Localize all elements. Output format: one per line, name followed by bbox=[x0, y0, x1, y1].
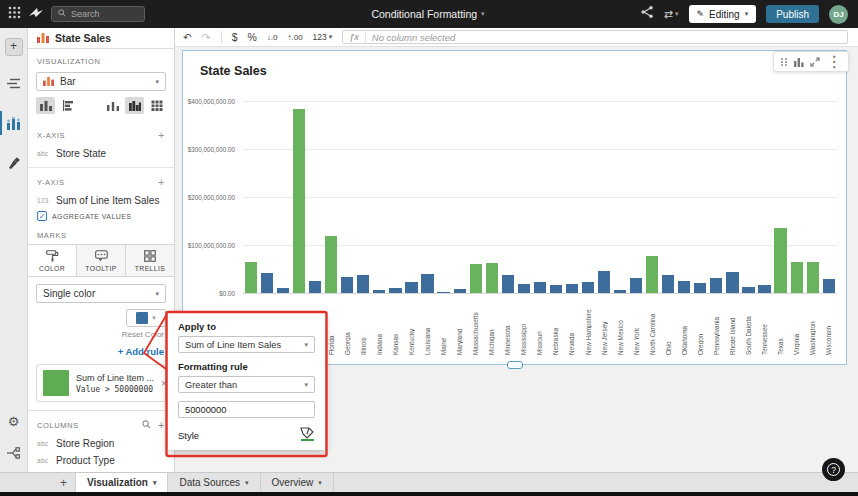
apply-to-select[interactable]: Sum of Line Item Sales ▾ bbox=[178, 336, 315, 353]
bar-nebraska[interactable] bbox=[550, 285, 562, 293]
plus-icon[interactable]: + bbox=[158, 129, 165, 141]
add-page-button[interactable]: + bbox=[52, 473, 76, 492]
bar-south-dakota[interactable] bbox=[742, 287, 754, 293]
kebab-menu-icon[interactable]: ⋮ bbox=[826, 52, 842, 71]
document-title-menu[interactable]: Conditional Formatting ▾ bbox=[371, 8, 484, 20]
bar-illinois[interactable] bbox=[357, 275, 369, 293]
rule-color-swatch[interactable] bbox=[43, 370, 69, 396]
x-axis-field[interactable]: abc Store State bbox=[28, 145, 174, 162]
bar-arkansas[interactable] bbox=[277, 288, 289, 293]
close-icon[interactable]: × bbox=[161, 378, 167, 389]
single-color-swatch-select[interactable]: ▾ bbox=[126, 309, 166, 327]
bar-arizona[interactable] bbox=[261, 273, 273, 293]
y-axis-field[interactable]: 123 Sum of Line Item Sales bbox=[28, 192, 174, 209]
stacked-bar-icon[interactable] bbox=[147, 97, 166, 114]
bar-new-york[interactable] bbox=[630, 278, 642, 293]
column-item[interactable]: abc Product Type bbox=[28, 452, 174, 469]
bar-maine[interactable] bbox=[437, 292, 449, 293]
bar-kentucky[interactable] bbox=[405, 282, 417, 294]
bar-michigan[interactable] bbox=[486, 263, 498, 293]
help-button[interactable]: ? bbox=[822, 458, 845, 481]
formatting-rule-select[interactable]: Greater than ▾ bbox=[178, 376, 315, 393]
add-element-button[interactable]: + bbox=[5, 38, 23, 56]
bar-maryland[interactable] bbox=[454, 289, 466, 293]
bar-massachusetts[interactable] bbox=[470, 264, 482, 293]
user-avatar[interactable]: DJ bbox=[829, 5, 848, 24]
bar-north-carolina[interactable] bbox=[646, 256, 658, 293]
bar-mississippi[interactable] bbox=[518, 284, 530, 293]
bar-new-jersey[interactable] bbox=[598, 271, 610, 293]
grouped-bar-icon[interactable] bbox=[125, 97, 144, 114]
bar-indiana[interactable] bbox=[373, 290, 385, 293]
bar-virginia[interactable] bbox=[791, 262, 803, 293]
column-item[interactable]: abc Store Region bbox=[28, 435, 174, 452]
bar-alabama[interactable] bbox=[245, 262, 257, 293]
publish-button[interactable]: Publish bbox=[766, 5, 819, 23]
formula-bar[interactable]: ƒx No column selected bbox=[342, 30, 848, 44]
bar-kansas[interactable] bbox=[389, 288, 401, 293]
tab-overview[interactable]: Overview▾ bbox=[261, 473, 334, 492]
format-painter-icon[interactable] bbox=[0, 150, 28, 176]
resize-handle[interactable] bbox=[507, 361, 523, 369]
bar-california[interactable] bbox=[293, 109, 305, 293]
reset-color-button[interactable]: Reset Color bbox=[28, 327, 174, 339]
bar-minnesota[interactable] bbox=[502, 275, 514, 293]
global-search-input[interactable]: Search bbox=[51, 6, 145, 22]
plus-icon[interactable]: + bbox=[158, 419, 165, 431]
threshold-input[interactable]: 50000000 bbox=[178, 401, 315, 418]
plus-icon[interactable]: + bbox=[158, 176, 165, 188]
decrease-decimal-icon[interactable]: ↓.0 bbox=[267, 33, 278, 42]
app-grid-icon[interactable] bbox=[8, 5, 21, 23]
bar-colorado[interactable] bbox=[309, 281, 321, 294]
bar-nevada[interactable] bbox=[566, 284, 578, 293]
refresh-schedule-icon[interactable]: ⇄▾ bbox=[664, 8, 679, 21]
drag-handle-icon[interactable] bbox=[780, 53, 788, 71]
x-tick-label: Nebraska bbox=[552, 295, 559, 355]
bar-texas[interactable] bbox=[774, 228, 786, 293]
percent-format-icon[interactable]: % bbox=[247, 31, 256, 43]
tab-trellis[interactable]: TRELLIS bbox=[126, 245, 174, 276]
number-format-menu[interactable]: 123▾ bbox=[313, 32, 333, 42]
combo-chart-icon[interactable] bbox=[103, 97, 122, 114]
search-icon[interactable] bbox=[142, 420, 151, 431]
bar-rhode-island[interactable] bbox=[726, 272, 738, 293]
chart-type-select[interactable]: Bar ▾ bbox=[36, 72, 166, 91]
bar-horizontal-icon[interactable] bbox=[58, 97, 77, 114]
bar-new-hampshire[interactable] bbox=[582, 282, 594, 293]
aggregate-values-toggle[interactable]: ✓ AGGREGATE VALUES bbox=[28, 209, 174, 227]
tab-color[interactable]: COLOR bbox=[28, 245, 77, 276]
editing-mode-button[interactable]: ✎ Editing ▾ bbox=[689, 5, 757, 23]
bar-florida[interactable] bbox=[325, 236, 337, 293]
tab-visualization[interactable]: Visualization▾ bbox=[76, 473, 168, 492]
bar-pennsylvania[interactable] bbox=[710, 278, 722, 293]
bar-new-mexico[interactable] bbox=[614, 290, 626, 293]
tab-data-sources[interactable]: Data Sources▾ bbox=[168, 473, 260, 492]
bar-tennessee[interactable] bbox=[758, 285, 770, 293]
settings-gear-icon[interactable]: ⚙ bbox=[0, 408, 28, 434]
bar-louisiana[interactable] bbox=[421, 274, 433, 293]
bar-vertical-icon[interactable] bbox=[36, 97, 55, 114]
outline-list-icon[interactable] bbox=[0, 70, 28, 96]
bar-washington[interactable] bbox=[807, 262, 819, 293]
undo-icon[interactable]: ↶ bbox=[183, 31, 192, 43]
element-format-panel-icon[interactable] bbox=[0, 110, 28, 136]
bar-oregon[interactable] bbox=[694, 283, 706, 293]
bar-oklahoma[interactable] bbox=[678, 281, 690, 294]
add-rule-link[interactable]: + Add rule bbox=[28, 339, 174, 362]
maximize-icon[interactable] bbox=[810, 53, 820, 71]
tab-tooltip[interactable]: TOOLTIP bbox=[77, 245, 126, 276]
style-color-picker-icon[interactable] bbox=[299, 426, 315, 445]
increase-decimal-icon[interactable]: ↑.00 bbox=[287, 33, 302, 42]
currency-format-icon[interactable]: $ bbox=[232, 31, 238, 43]
share-icon[interactable] bbox=[640, 5, 654, 23]
bar-wisconsin[interactable] bbox=[823, 279, 835, 293]
conditional-rule-card[interactable]: Sum of Line Item ... Value > 50000000 × bbox=[36, 364, 166, 402]
bar-missouri[interactable] bbox=[534, 282, 546, 293]
bar-ohio[interactable] bbox=[662, 275, 674, 293]
redo-icon[interactable]: ↷ bbox=[202, 31, 211, 43]
color-mode-select[interactable]: Single color ▾ bbox=[36, 284, 166, 303]
lineage-icon[interactable] bbox=[0, 440, 28, 466]
chart-config-icon[interactable] bbox=[794, 53, 805, 71]
bar-georgia[interactable] bbox=[341, 277, 353, 293]
brand-logo-icon[interactable] bbox=[28, 5, 44, 23]
